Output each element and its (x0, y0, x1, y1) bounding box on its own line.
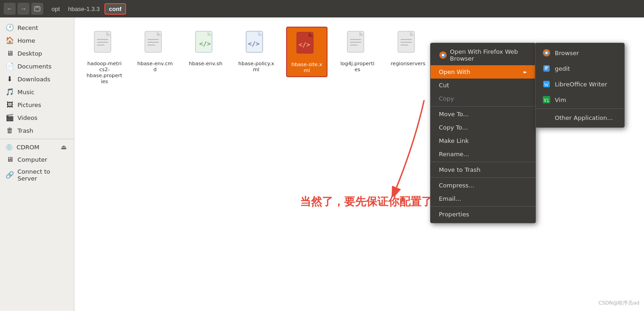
file-icon-regionservers (396, 29, 420, 59)
ctx-cut[interactable]: Cut (431, 79, 535, 92)
ctx-make-link[interactable]: Make Link (431, 134, 535, 147)
desktop-icon: 🖥 (6, 49, 14, 57)
sidebar-item-cdrom[interactable]: 💿 CDROM ⏏ (0, 141, 74, 153)
breadcrumb-conf[interactable]: conf (104, 3, 126, 15)
connect-icon: 🔗 (6, 171, 14, 179)
file-icon-log4j (345, 29, 369, 59)
breadcrumb-opt[interactable]: opt (48, 4, 63, 14)
up-button[interactable] (31, 3, 43, 15)
sidebar-item-recent[interactable]: 🕐 Recent (0, 21, 74, 34)
ctx-make-link-label: Make Link (439, 137, 469, 144)
sidebar-item-home[interactable]: 🏠 Home (0, 34, 74, 47)
back-button[interactable]: ← (4, 3, 16, 15)
svg-rect-32 (545, 68, 547, 69)
firefox-icon (439, 51, 447, 59)
ctx-open-with-label: Open With (439, 68, 470, 75)
ctx-properties-label: Properties (439, 211, 469, 218)
sidebar-item-trash[interactable]: 🗑 Trash (0, 124, 74, 137)
ctx-move-to-trash-label: Move to Trash (439, 166, 481, 173)
ctx-open-with-firefox[interactable]: Open With Firefox Web Browser (431, 45, 535, 65)
sidebar-item-downloads[interactable]: ⬇ Downloads (0, 73, 74, 85)
sidebar-item-connect-label: Connect to Server (17, 168, 69, 182)
ctx-copy-to[interactable]: Copy To... (431, 121, 535, 134)
ctx-move-to-trash[interactable]: Move to Trash (431, 163, 535, 176)
trash-icon: 🗑 (6, 126, 14, 135)
svg-rect-31 (545, 67, 548, 68)
file-item-log4j[interactable]: log4j.properties (337, 27, 378, 75)
ctx-copy: Copy (431, 92, 535, 105)
ctx-divider-1 (431, 106, 535, 107)
documents-icon: 📄 (6, 62, 14, 70)
file-icon-hadoop-metrics (92, 29, 116, 59)
home-icon: 🏠 (6, 36, 14, 45)
ctx-rename[interactable]: Rename... (431, 147, 535, 161)
file-icon-hbase-site-xml: </> (295, 30, 319, 60)
submenu-arrow: ► (523, 69, 527, 74)
submenu-browser-icon (542, 48, 551, 57)
sidebar-item-downloads-label: Downloads (17, 76, 50, 83)
sidebar-item-documents[interactable]: 📄 Documents (0, 60, 74, 73)
context-menu: Open With Firefox Web Browser Open With … (430, 43, 536, 223)
ctx-open-with[interactable]: Open With ► (431, 65, 535, 79)
ctx-rename-label: Rename... (439, 151, 469, 158)
file-item-hbase-env-cmd[interactable]: hbase-env.cmd (134, 27, 176, 75)
submenu-libreoffice-label: LibreOffice Writer (555, 81, 607, 88)
submenu-libreoffice-icon: W (542, 79, 551, 89)
submenu-other-icon (542, 113, 551, 122)
breadcrumb-hbase[interactable]: hbase-1.3.3 (64, 4, 104, 14)
ctx-open-with-firefox-label: Open With Firefox Web Browser (450, 48, 527, 62)
sidebar-item-pictures-label: Pictures (17, 102, 41, 108)
ctx-copy-to-label: Copy To... (439, 124, 468, 131)
ctx-divider-3 (431, 177, 535, 178)
file-item-hbase-site-xml[interactable]: </> hbase-site.xml (286, 27, 328, 77)
submenu-gedit-label: gedit (555, 65, 570, 72)
sidebar-item-connect-to-server[interactable]: 🔗 Connect to Server (0, 166, 74, 184)
ctx-copy-label: Copy (439, 95, 454, 102)
sidebar-item-computer[interactable]: 🖥 Computer (0, 153, 74, 166)
submenu-browser-label: Browser (555, 50, 579, 57)
recent-icon: 🕐 (6, 23, 14, 32)
file-label-hbase-site-xml: hbase-site.xml (290, 62, 324, 74)
sidebar: 🕐 Recent 🏠 Home 🖥 Desktop 📄 Documents ⬇ … (0, 17, 75, 311)
sidebar-item-recent-label: Recent (17, 24, 38, 31)
submenu-browser[interactable]: Browser (535, 45, 624, 61)
file-label-hbase-env-sh: hbase-env.sh (189, 61, 223, 67)
ctx-divider-2 (431, 162, 535, 162)
file-item-hbase-policy-xml[interactable]: </> hbase-policy.xml (236, 27, 277, 75)
submenu-gedit[interactable]: gedit (535, 61, 624, 76)
file-item-regionservers[interactable]: regionservers (387, 27, 429, 69)
file-area[interactable]: hadoop-metrics2-hbase.properties hbase-e… (75, 17, 644, 311)
sidebar-item-home-label: Home (17, 37, 35, 44)
main-layout: 🕐 Recent 🏠 Home 🖥 Desktop 📄 Documents ⬇ … (0, 17, 644, 311)
submenu-other[interactable]: Other Application... (535, 110, 624, 125)
ctx-properties[interactable]: Properties (431, 208, 535, 221)
sidebar-item-music[interactable]: 🎵 Music (0, 85, 74, 98)
sidebar-item-desktop-label: Desktop (17, 50, 42, 57)
submenu: Browser gedit W (535, 43, 625, 128)
ctx-compress-label: Compress... (439, 182, 474, 189)
file-item-hbase-env-sh[interactable]: </> hbase-env.sh (185, 27, 226, 69)
sidebar-item-documents-label: Documents (17, 63, 52, 70)
music-icon: 🎵 (6, 88, 14, 96)
svg-point-26 (442, 54, 444, 57)
forward-button[interactable]: → (17, 3, 29, 15)
file-label-hbase-env-cmd: hbase-env.cmd (137, 61, 173, 73)
ctx-compress[interactable]: Compress... (431, 179, 535, 192)
eject-button[interactable]: ⏏ (59, 143, 69, 151)
submenu-libreoffice[interactable]: W LibreOffice Writer (535, 76, 624, 92)
ctx-move-to-label: Move To... (439, 111, 469, 118)
sidebar-item-pictures[interactable]: 🖼 Pictures (0, 98, 74, 111)
sidebar-item-videos-label: Videos (17, 114, 37, 121)
ctx-email[interactable]: Email... (431, 192, 535, 205)
sidebar-item-desktop[interactable]: 🖥 Desktop (0, 47, 74, 60)
ctx-move-to[interactable]: Move To... (431, 107, 535, 121)
svg-text:W: W (544, 82, 549, 87)
submenu-vim-label: Vim (555, 96, 566, 103)
svg-text:</>: </> (299, 41, 310, 48)
file-label-log4j: log4j.properties (339, 61, 375, 73)
sidebar-item-trash-label: Trash (17, 127, 33, 134)
videos-icon: 🎬 (6, 113, 14, 122)
submenu-vim[interactable]: Vi Vim (535, 92, 624, 107)
sidebar-item-videos[interactable]: 🎬 Videos (0, 111, 74, 124)
file-item-hadoop-metrics[interactable]: hadoop-metrics2-hbase.properties (84, 27, 125, 87)
